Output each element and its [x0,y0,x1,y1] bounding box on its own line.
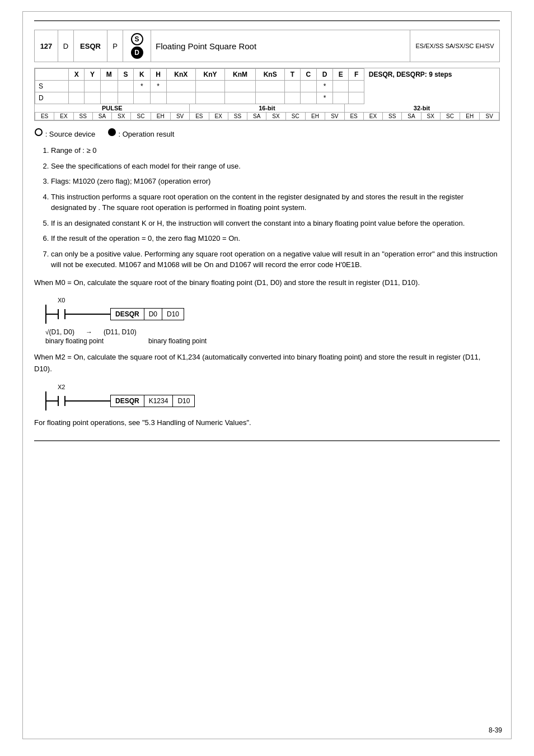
b32-sx: SX [421,113,440,120]
col-kns: KnS [256,69,285,81]
col-knm: KnM [225,69,256,81]
d-s [118,92,133,104]
s-k: * [134,81,150,92]
d-t [285,92,300,104]
d-row: D * [35,92,500,104]
instr-box-1: DESQR [110,308,144,320]
contact2-label: X2 [58,384,500,390]
param-src-2: K1234 [144,395,174,407]
steps-cell: DESQR, DESQRP: 9 steps [364,69,499,81]
col-kny: KnY [195,69,224,81]
detail-table: X Y M S K H KnX KnY KnM KnS T C D E F DE… [35,68,499,104]
b16-sx: SX [266,113,285,120]
legend-d-label: : Operation result [119,130,175,138]
note-5: If is an designated constant K or H, the… [51,218,500,229]
b32-ss: SS [383,113,402,120]
s-knm [225,81,256,92]
b16-ex: EX [209,113,228,120]
b16-sv: SV [325,113,344,120]
param-dst-1: D10 [162,308,184,320]
d-f [349,92,364,104]
b32-sa: SA [402,113,421,120]
s-row: S * * * [35,81,500,92]
b32-sv: SV [480,113,499,120]
horiz-after-contact-2 [65,400,110,402]
horiz-after-contact-1 [65,314,110,315]
col-f: F [349,69,364,81]
note-4: This instruction performs a square root … [51,192,500,213]
s-h: * [150,81,166,92]
param-dst-2: D10 [172,395,195,407]
page-number: 8-39 [489,726,502,734]
ladder-diagram-1: X0 DESQR D0 D10 √(D1, D0) → (D11, [34,297,500,345]
s-d: * [316,81,332,92]
col-k: K [134,69,150,81]
s-steps [364,81,499,92]
instruction-type: D [58,30,74,62]
sub-header-row: ES EX SS SA SX SC EH SV ES EX SS SA SX S… [35,113,499,120]
b32-sc: SC [440,113,460,120]
d-label: D [35,92,69,104]
s-x [69,81,85,92]
col-y: Y [85,69,100,81]
p-ss: SS [73,113,92,120]
sqrt-expr-1: √(D1, D0) [45,328,74,336]
contact-symbol-2 [58,396,65,406]
horiz-before-contact-1 [46,314,58,315]
d-knx [166,92,195,104]
col-m: M [100,69,118,81]
example1-desc: When M0 = On, calculate the square root … [34,277,500,289]
col-x: X [69,69,85,81]
col-s: S [118,69,133,81]
d-y [85,92,100,104]
d-d: * [316,92,332,104]
footer-note: For floating point operations, see "5.3 … [34,417,500,429]
param-src-1: D0 [144,308,162,320]
example1-labels-row: binary floating point binary floating po… [45,337,500,345]
note-7: can only be a positive value. Performing… [51,249,500,270]
s-e [333,81,349,92]
s-kns [256,81,285,92]
sub-label-row: PULSE 16-bit 32-bit [35,104,499,113]
b16-sa: SA [247,113,266,120]
d-x [69,92,85,104]
dst-label-1: binary floating point [148,337,207,345]
p-sx: SX [112,113,131,120]
contact1-label: X0 [58,297,500,304]
result-1: (D11, D10) [104,328,137,336]
legend: : Source device : Operation result [34,128,500,138]
s-m [100,81,118,92]
s-c [300,81,316,92]
arrow-1: → [86,328,92,336]
bit16-label: 16-bit [190,104,344,113]
instr-box-2: DESQR [110,395,144,407]
instruction-name: ESQR [74,30,107,62]
pulse-label: PULSE [35,104,190,113]
note-6: If the result of the operation = 0, the … [51,233,500,244]
instruction-number: 127 [35,30,58,62]
bit32-label: 32-bit [344,104,499,113]
s-label: S [35,81,69,92]
col-h: H [150,69,166,81]
ladder-diagram-2: X2 DESQR K1234 D10 [34,384,500,410]
icon-cell: S D [123,30,151,62]
d-k [134,92,150,104]
s-kny [195,81,224,92]
p-eh: EH [151,113,170,120]
legend-s-label: : Source device [45,130,96,138]
p-sc: SC [131,113,151,120]
d-kny [195,92,224,104]
s-icon: S [131,33,143,45]
col-t: T [285,69,300,81]
legend-s-icon [35,128,43,136]
d-steps [364,92,499,104]
note-2: See the specifications of each model for… [51,161,500,172]
detail-header-row: X Y M S K H KnX KnY KnM KnS T C D E F DE… [35,69,500,81]
s-t [285,81,300,92]
b16-ss: SS [228,113,247,120]
col-d: D [316,69,332,81]
horiz-before-contact-2 [46,400,58,402]
b16-sc: SC [285,113,305,120]
p-ex: EX [54,113,73,120]
b32-es: ES [344,113,363,120]
